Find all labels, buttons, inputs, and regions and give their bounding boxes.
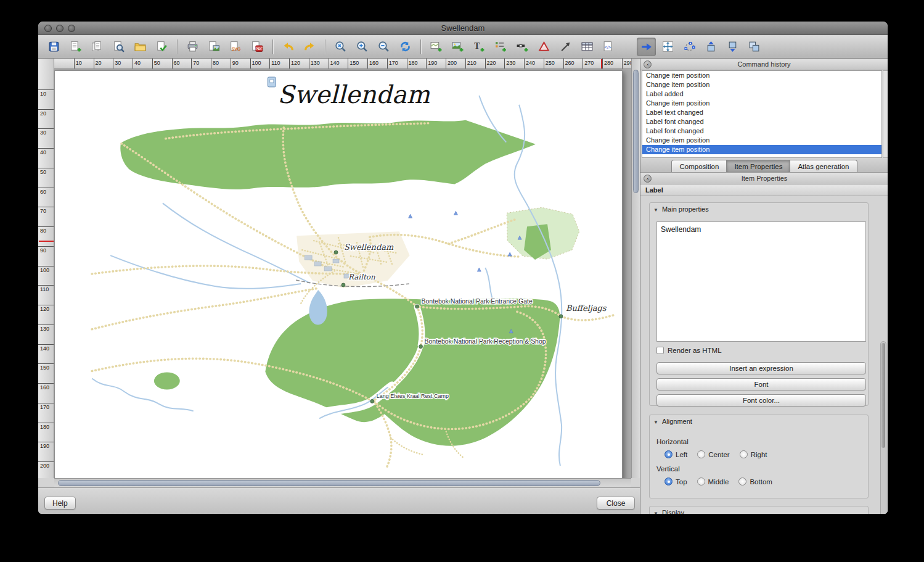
font-button[interactable]: Font — [656, 378, 866, 391]
font-color-button[interactable]: Font color... — [656, 394, 866, 407]
canvas-hscroll-thumb[interactable] — [58, 480, 600, 486]
toolbar-separator — [325, 39, 325, 54]
add-arrow-button[interactable] — [556, 38, 575, 56]
group-items-button[interactable] — [745, 38, 764, 56]
add-shape-button[interactable] — [534, 38, 554, 56]
close-item-properties-icon[interactable]: × — [644, 175, 652, 183]
label-text-input[interactable]: Swellendam — [656, 221, 866, 342]
ruler-mark: 50 — [152, 59, 172, 68]
export-image-button[interactable] — [205, 38, 224, 56]
canvas-vscroll-thumb[interactable] — [633, 70, 639, 193]
command-history-item[interactable]: Label added — [642, 89, 881, 99]
ruler-mark: 200 — [38, 461, 54, 478]
refresh-view-button[interactable] — [396, 38, 415, 56]
tab-atlas-generation[interactable]: Atlas generation — [790, 160, 857, 172]
radio-top-control[interactable] — [664, 477, 673, 486]
save-as-template-button[interactable] — [152, 38, 171, 56]
command-history-item[interactable]: Label text changed — [642, 108, 881, 117]
close-window-button[interactable] — [44, 25, 52, 32]
ruler-mark: 90 — [231, 59, 250, 68]
render-as-html-checkbox[interactable] — [656, 347, 664, 354]
add-legend-button[interactable] — [491, 38, 510, 56]
add-attribute-table-button[interactable] — [578, 38, 597, 56]
close-panel-icon[interactable]: × — [644, 60, 652, 68]
edit-nodes-item-button[interactable] — [680, 38, 699, 56]
ruler-mark: 220 — [485, 59, 505, 68]
select-move-item-button[interactable] — [637, 38, 656, 56]
radio-middle[interactable]: Middle — [697, 477, 729, 486]
main-properties-disclosure[interactable]: ▼Main properties — [650, 203, 868, 214]
composition-manager-button[interactable] — [109, 38, 128, 56]
lower-items-button[interactable] — [723, 38, 742, 56]
minimize-window-button[interactable] — [56, 25, 63, 32]
radio-center[interactable]: Center — [697, 450, 730, 458]
open-template-button[interactable] — [131, 38, 150, 56]
disclosure-triangle-icon: ▼ — [653, 207, 658, 213]
ruler-mark: 290 — [622, 59, 631, 68]
alignment-disclosure[interactable]: ▼Alignment — [650, 415, 868, 426]
radio-middle-control[interactable] — [697, 477, 705, 486]
command-history-header: × Command history — [640, 59, 888, 70]
properties-scroll-thumb[interactable] — [881, 343, 885, 448]
command-history-item[interactable]: Change item position — [642, 99, 881, 108]
canvas-horizontal-scrollbar[interactable] — [54, 478, 631, 487]
raise-items-button[interactable] — [701, 38, 721, 56]
redo-button[interactable] — [300, 38, 319, 56]
add-label-button[interactable]: T — [470, 38, 489, 56]
command-history-item[interactable]: Change item position — [642, 71, 881, 80]
ruler-mark: 180 — [38, 423, 54, 442]
close-button[interactable]: Close — [597, 497, 635, 510]
radio-right-control[interactable] — [740, 450, 748, 458]
new-composition-button[interactable] — [66, 38, 85, 56]
help-button[interactable]: Help — [44, 497, 76, 510]
tab-item-properties[interactable]: Item Properties — [727, 160, 790, 172]
add-html-frame-button[interactable]: </> — [599, 38, 618, 56]
ruler-mark: 120 — [289, 59, 309, 68]
command-history-item[interactable]: Change item position — [642, 80, 881, 89]
zoom-window-button[interactable] — [68, 25, 75, 32]
radio-bottom-control[interactable] — [738, 477, 746, 486]
vertical-label: Vertical — [656, 465, 680, 473]
export-pdf-button[interactable]: PDF — [248, 38, 267, 56]
radio-top[interactable]: Top — [664, 477, 687, 486]
ruler-mark: 40 — [38, 148, 54, 168]
duplicate-composition-button[interactable] — [88, 38, 107, 56]
export-svg-button[interactable]: SVG — [226, 38, 245, 56]
add-scalebar-button[interactable] — [513, 38, 532, 56]
radio-bottom[interactable]: Bottom — [738, 477, 772, 486]
map-canvas[interactable]: Swellendam Railton Bontebok National Par… — [55, 71, 622, 478]
command-history-item[interactable]: Label font changed — [642, 117, 881, 126]
render-as-html-row[interactable]: Render as HTML — [656, 347, 722, 354]
insert-expression-button[interactable]: Insert an expression — [656, 362, 866, 374]
command-history-item[interactable]: Label font changed — [642, 126, 881, 136]
vertical-radio-group: Top Middle Bottom — [664, 477, 772, 486]
command-history-scrollbar[interactable] — [883, 70, 888, 158]
add-image-button[interactable] — [448, 38, 467, 56]
zoom-full-button[interactable] — [331, 38, 350, 56]
tab-composition[interactable]: Composition — [671, 160, 727, 172]
radio-right[interactable]: Right — [740, 450, 767, 458]
radio-left-control[interactable] — [664, 450, 673, 458]
ruler-mark: 90 — [38, 246, 54, 266]
toolbar-separator — [177, 39, 178, 54]
zoom-in-button[interactable] — [353, 38, 372, 56]
radio-center-control[interactable] — [697, 450, 705, 458]
command-history-item[interactable]: Change item position — [642, 145, 881, 154]
command-history-item[interactable]: Change item position — [642, 136, 881, 145]
canvas-vertical-scrollbar[interactable] — [631, 59, 640, 478]
ruler-mark: 140 — [329, 59, 348, 68]
zoom-out-button[interactable] — [374, 38, 393, 56]
composition-canvas[interactable]: Swellendam Railton Bontebok National Par… — [54, 69, 631, 478]
radio-left[interactable]: Left — [664, 450, 687, 458]
composition-page[interactable]: Swellendam Railton Bontebok National Par… — [54, 70, 623, 478]
add-map-button[interactable] — [427, 38, 446, 56]
ruler-horizontal: 1020304050607080901001101201301401501601… — [54, 59, 631, 69]
map-title-item[interactable]: Swellendam — [268, 77, 430, 109]
move-item-content-button[interactable] — [658, 38, 677, 56]
undo-button[interactable] — [279, 38, 298, 56]
properties-scrollbar[interactable] — [880, 341, 886, 514]
save-project-button[interactable] — [44, 38, 63, 56]
toolbar-icons: SVGPDFT</> — [38, 35, 888, 59]
print-button[interactable] — [183, 38, 202, 56]
next-section-disclosure[interactable]: ▼Display — [650, 506, 868, 514]
